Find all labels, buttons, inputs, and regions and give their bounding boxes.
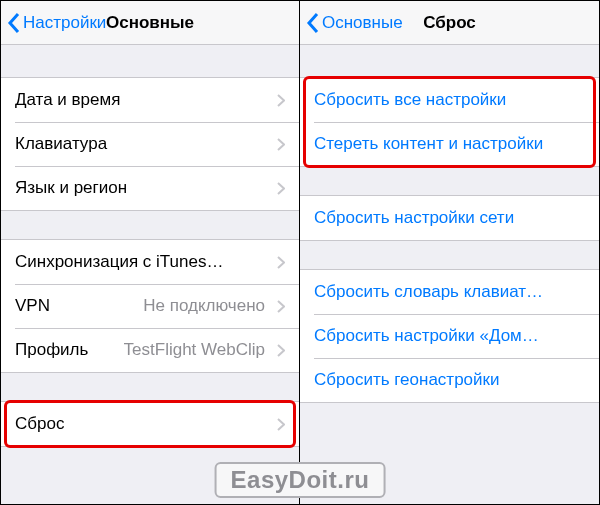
cell-date-time[interactable]: Дата и время xyxy=(1,78,299,122)
action-label: Сбросить словарь клавиат… xyxy=(314,282,543,302)
back-label: Основные xyxy=(322,13,403,33)
chevron-right-icon xyxy=(277,138,285,151)
settings-group-1: Дата и время Клавиатура Язык и регион xyxy=(1,77,299,211)
action-reset-keyboard-dict[interactable]: Сбросить словарь клавиат… xyxy=(300,270,599,314)
reset-group-1: Сбросить все настройки Стереть контент и… xyxy=(300,77,599,167)
cell-language-region[interactable]: Язык и регион xyxy=(1,166,299,210)
cell-label: Язык и регион xyxy=(15,178,273,198)
cell-label: Дата и время xyxy=(15,90,273,110)
chevron-right-icon xyxy=(277,256,285,269)
content-right: Сбросить все настройки Стереть контент и… xyxy=(300,45,599,504)
cell-reset[interactable]: Сброс xyxy=(1,402,299,446)
navbar-left: Настройки Основные xyxy=(1,1,299,45)
cell-value: Не подключено xyxy=(143,296,265,316)
chevron-right-icon xyxy=(277,418,285,431)
settings-general-pane: Настройки Основные Дата и время Клавиату… xyxy=(1,1,300,504)
action-reset-all-settings[interactable]: Сбросить все настройки xyxy=(300,78,599,122)
cell-itunes-sync[interactable]: Синхронизация с iTunes… xyxy=(1,240,299,284)
cell-label: Сброс xyxy=(15,414,273,434)
reset-pane: Основные Сброс Сбросить все настройки Ст… xyxy=(300,1,599,504)
cell-label: Клавиатура xyxy=(15,134,273,154)
back-button[interactable]: Основные xyxy=(300,12,403,34)
cell-label: VPN xyxy=(15,296,50,316)
action-label: Сбросить настройки сети xyxy=(314,208,514,228)
settings-group-3: Сброс xyxy=(1,401,299,447)
chevron-right-icon xyxy=(277,300,285,313)
cell-label: Синхронизация с iTunes… xyxy=(15,252,273,272)
action-label: Сбросить все настройки xyxy=(314,90,506,110)
navbar-right: Основные Сброс xyxy=(300,1,599,45)
action-reset-home[interactable]: Сбросить настройки «Дом… xyxy=(300,314,599,358)
cell-profile[interactable]: Профиль TestFlight WebClip xyxy=(1,328,299,372)
back-label: Настройки xyxy=(23,13,106,33)
action-label: Сбросить настройки «Дом… xyxy=(314,326,539,346)
cell-keyboard[interactable]: Клавиатура xyxy=(1,122,299,166)
chevron-right-icon xyxy=(277,182,285,195)
reset-group-3: Сбросить словарь клавиат… Сбросить настр… xyxy=(300,269,599,403)
chevron-right-icon xyxy=(277,94,285,107)
action-reset-network[interactable]: Сбросить настройки сети xyxy=(300,196,599,240)
action-reset-location[interactable]: Сбросить геонастройки xyxy=(300,358,599,402)
cell-label: Профиль xyxy=(15,340,88,360)
content-left: Дата и время Клавиатура Язык и регион Си xyxy=(1,45,299,504)
settings-group-2: Синхронизация с iTunes… VPN Не подключен… xyxy=(1,239,299,373)
cell-vpn[interactable]: VPN Не подключено xyxy=(1,284,299,328)
chevron-right-icon xyxy=(277,344,285,357)
chevron-left-icon xyxy=(306,12,319,34)
chevron-left-icon xyxy=(7,12,20,34)
reset-group-2: Сбросить настройки сети xyxy=(300,195,599,241)
back-button[interactable]: Настройки xyxy=(1,12,106,34)
cell-value: TestFlight WebClip xyxy=(124,340,265,360)
action-erase-all[interactable]: Стереть контент и настройки xyxy=(300,122,599,166)
action-label: Стереть контент и настройки xyxy=(314,134,543,154)
action-label: Сбросить геонастройки xyxy=(314,370,500,390)
